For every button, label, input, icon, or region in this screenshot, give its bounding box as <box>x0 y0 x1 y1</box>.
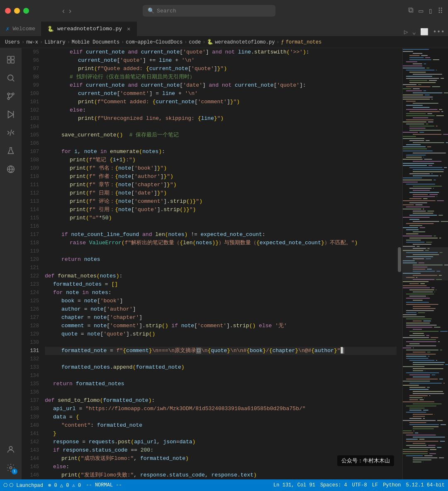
minimap[interactable] <box>402 48 448 479</box>
line-num-140: 140 <box>22 421 39 430</box>
more-actions-icon[interactable]: ⠿ <box>438 6 443 15</box>
language-label: Python <box>383 482 401 488</box>
forward-button[interactable]: › <box>69 7 71 15</box>
code-editor[interactable]: 95 96 97 98 99 100 101 102 103 104 105 1… <box>22 48 448 479</box>
code-line-113: print(f" 评论：{note['comment'].strip()}") <box>45 197 397 206</box>
breadcrumb-users[interactable]: Users <box>5 39 20 45</box>
status-spaces[interactable]: Spaces: 4 <box>320 482 347 488</box>
breadcrumb-library[interactable]: Library <box>44 39 65 45</box>
line-num-143: 143 <box>22 446 39 455</box>
line-num-133: 133 <box>22 363 39 372</box>
line-num-134: 134 <box>22 372 39 380</box>
breadcrumb-sep-5: › <box>184 39 187 45</box>
line-num-96: 96 <box>22 56 39 65</box>
scrollbar-thumb[interactable] <box>398 247 401 272</box>
tab-main-file-label: wereadnotetoflomo.py <box>57 26 122 32</box>
code-line-114: print(f" 引用：{note['quote'].strip()}") <box>45 206 397 214</box>
code-line-103: print(f"Unrecognized line, skipping: {li… <box>45 114 397 123</box>
breadcrumb-function[interactable]: format_notes <box>286 39 321 45</box>
activity-bottom: 1 <box>2 441 19 479</box>
breadcrumb-clouddocs[interactable]: com~apple~CloudDocs <box>126 39 183 45</box>
code-line-139: data = { <box>45 413 397 421</box>
tab-close-icon[interactable]: ✕ <box>127 25 130 32</box>
breadcrumb-filename[interactable]: wereadnotetoflomo.py <box>215 39 275 45</box>
line-num-98: 98 <box>22 73 39 81</box>
code-line-123: formatted_notes = [] <box>45 280 397 289</box>
status-launchpad[interactable]: ⎔ ⎔ Launchpad <box>3 482 43 489</box>
activity-account[interactable] <box>2 441 19 458</box>
code-line-137: def send_to_flomo(formatted_note): <box>45 396 397 405</box>
code-line-141: } <box>45 430 397 438</box>
minimap-slider[interactable] <box>403 247 448 280</box>
scrollbar[interactable] <box>397 48 402 479</box>
search-placeholder: Search <box>157 8 176 14</box>
code-line-140: "content": formatted_note <box>45 421 397 430</box>
status-language[interactable]: Python <box>383 482 401 488</box>
close-button[interactable] <box>5 8 11 14</box>
activity-flask[interactable] <box>2 143 19 159</box>
breadcrumb-code[interactable]: code <box>189 39 201 45</box>
code-line-115: print("="*50) <box>45 214 397 222</box>
more-tab-actions-icon[interactable]: ••• <box>433 28 445 36</box>
encoding-label: UTF-8 <box>352 482 367 488</box>
split-view-icon[interactable]: ⬜ <box>420 28 429 36</box>
line-num-146: 146 <box>22 471 39 479</box>
line-num-114: 114 <box>22 206 39 214</box>
position-label: Ln 131, Col 91 <box>273 482 315 488</box>
tab-main-file[interactable]: 🐍 wereadnotetoflomo.py ✕ <box>41 21 136 36</box>
code-line-121 <box>45 264 397 272</box>
line-num-101: 101 <box>22 98 39 106</box>
code-line-104 <box>45 123 397 131</box>
activity-search[interactable] <box>2 70 19 86</box>
activity-settings[interactable]: 1 <box>2 459 19 476</box>
code-line-108: print(f"笔记 {i+1}:") <box>45 156 397 164</box>
code-line-117: if note_count_line_found and len(notes) … <box>45 231 397 239</box>
minimize-button[interactable] <box>14 8 20 14</box>
toggle-sidebar-icon[interactable]: ▯ <box>428 6 433 15</box>
activity-remote[interactable] <box>2 161 19 177</box>
status-mode: -- NORMAL -- <box>86 482 122 488</box>
split-editor-icon[interactable]: ⧉ <box>408 6 414 15</box>
breadcrumb-sep-6: › <box>202 39 205 45</box>
line-num-139: 139 <box>22 413 39 421</box>
breadcrumb-mobile-docs[interactable]: Mobile Documents <box>72 39 119 45</box>
search-bar[interactable]: 🔍 Search <box>143 5 275 17</box>
run-icon[interactable]: ▷ <box>404 28 408 36</box>
status-eol[interactable]: LF <box>372 482 378 488</box>
code-line-109: print(f" 书名：{note['book']}") <box>45 164 397 173</box>
code-line-129: quote = note['quote'].strip() <box>45 330 397 338</box>
code-line-107: for i, note in enumerate(notes): <box>45 148 397 156</box>
activity-bar: 1 <box>0 48 22 479</box>
status-position[interactable]: Ln 131, Col 91 <box>273 482 315 488</box>
line-num-128: 128 <box>22 322 39 330</box>
code-line-116 <box>45 222 397 231</box>
activity-extensions[interactable] <box>2 124 19 141</box>
breadcrumb-fn-icon: ƒ <box>281 39 284 45</box>
back-button[interactable]: ‹ <box>62 7 65 15</box>
tab-welcome[interactable]: ✗ Welcome <box>0 21 41 36</box>
svg-point-6 <box>7 97 10 100</box>
toggle-panel-icon[interactable]: ▭ <box>419 6 423 15</box>
code-line-127: chapter = note['chapter'] <box>45 314 397 322</box>
line-num-141: 141 <box>22 430 39 438</box>
activity-git[interactable] <box>2 88 19 105</box>
spaces-label: Spaces: 4 <box>320 482 347 488</box>
maximize-button[interactable] <box>23 8 29 14</box>
code-content: 95 96 97 98 99 100 101 102 103 104 105 1… <box>22 48 448 479</box>
status-arch[interactable]: 5.12.1 64-bit <box>406 482 445 488</box>
code-line-106 <box>45 139 397 148</box>
status-encoding[interactable]: UTF-8 <box>352 482 367 488</box>
code-line-110: print(f" 作者：{note['author']}") <box>45 173 397 181</box>
breadcrumb-nwx[interactable]: nw-x <box>26 39 38 45</box>
status-errors[interactable]: ⊗ 0 △ 0 ⚠ 0 <box>48 482 81 489</box>
launchpad-label: ⎔ Launchpad <box>9 482 43 489</box>
line-num-123: 123 <box>22 280 39 289</box>
code-line-102: else: <box>45 106 397 114</box>
code-line-99: elif current_note and current_note['date… <box>45 81 397 90</box>
activity-run[interactable] <box>2 106 19 123</box>
line-num-116: 116 <box>22 222 39 231</box>
activity-explorer[interactable] <box>2 51 19 68</box>
svg-point-8 <box>7 93 10 95</box>
run-chevron-icon[interactable]: ⌄ <box>412 28 416 36</box>
py-icon: 🐍 <box>47 26 54 32</box>
